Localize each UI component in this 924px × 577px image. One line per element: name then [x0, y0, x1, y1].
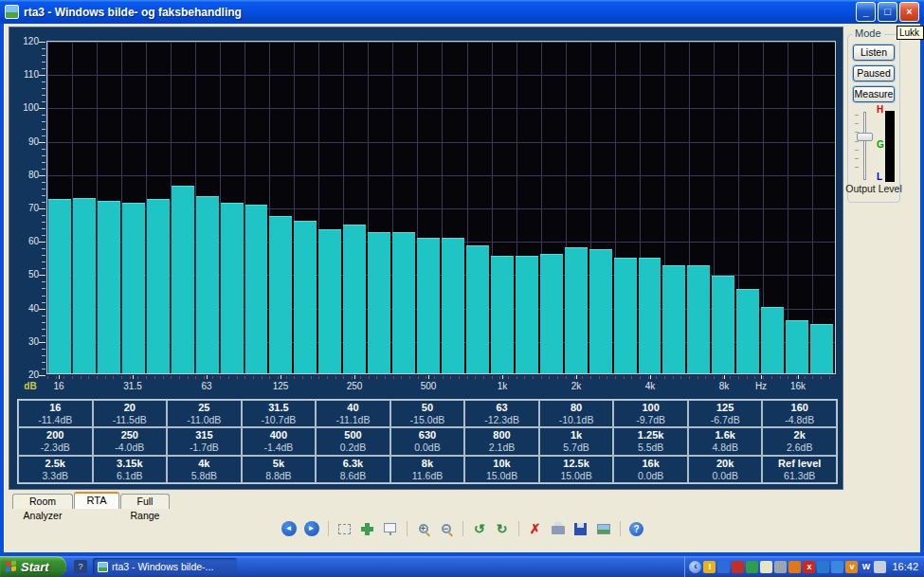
x-tick	[761, 375, 762, 379]
notes-icon[interactable]	[760, 561, 772, 573]
taskbar-window-button[interactable]: rta3 - Windows bilde-...	[93, 558, 237, 575]
tab-rta[interactable]: RTA	[74, 492, 119, 509]
help-button[interactable]: ?	[628, 520, 645, 537]
band-frequency: 31.5	[268, 402, 288, 414]
actual-size-button[interactable]	[359, 520, 376, 537]
band-frequency: 500	[344, 429, 361, 442]
close-button[interactable]: ×	[899, 2, 919, 22]
app-window: rta3 - Windows bilde- og faksbehandling …	[0, 0, 924, 556]
y-axis: 1201101009080706050403020	[11, 41, 41, 374]
x-tick	[502, 375, 503, 379]
band-frequency: 16k	[642, 458, 659, 470]
app-icon	[5, 5, 19, 19]
edit-button[interactable]	[595, 520, 612, 537]
rotate-ccw-button[interactable]: ↺	[471, 520, 488, 537]
output-level-slider-handle[interactable]	[857, 133, 873, 141]
x-tick-label: 250	[347, 381, 363, 391]
next-image-button[interactable]: ►	[303, 520, 320, 537]
windows-flag-icon	[6, 560, 17, 572]
spectrum-bar-40	[147, 199, 170, 373]
tab-room-analyzer[interactable]: Room Analyzer	[12, 494, 73, 509]
download-icon[interactable]: v	[845, 561, 858, 573]
spectrum-bar-31.5	[122, 203, 145, 373]
spectrum-bar-6.3k	[687, 265, 710, 373]
band-cell-20: 20-11.5dB	[93, 400, 168, 427]
save-button[interactable]	[572, 520, 589, 537]
close-tooltip: Lukk	[897, 26, 924, 40]
x-tick	[354, 375, 355, 379]
y-tick-label: 60	[11, 236, 39, 246]
best-fit-button[interactable]	[336, 520, 353, 537]
task-window-label: rta3 - Windows bilde-...	[112, 561, 213, 572]
zoom-in-icon: +	[419, 524, 428, 533]
band-cell-12.5k: 12.5k15.0dB	[539, 456, 614, 483]
band-cell-31.5: 31.5-10.7dB	[242, 400, 317, 427]
band-frequency: 2k	[794, 429, 806, 442]
paused-button[interactable]: Paused	[853, 65, 895, 81]
band-cell-4k: 4k5.8dB	[167, 456, 242, 483]
measure-button[interactable]: Measure	[853, 86, 895, 102]
display-settings-icon[interactable]	[717, 561, 730, 573]
band-cell-3.15k: 3.15k6.1dB	[93, 456, 168, 483]
band-cell-1k: 1k5.7dB	[539, 427, 614, 455]
display-icon[interactable]	[874, 561, 886, 573]
spectrum-bar-8k	[712, 276, 734, 373]
quick-launch-icon[interactable]: ?	[74, 560, 87, 573]
volume-icon[interactable]	[788, 561, 801, 573]
monitor-red-icon[interactable]	[732, 561, 744, 573]
print-button[interactable]	[550, 520, 567, 537]
start-button[interactable]: Start	[0, 556, 66, 577]
tab-full-range[interactable]: Full Range	[120, 494, 170, 509]
band-cell-1.25k: 1.25k5.5dB	[613, 427, 688, 455]
maximize-button[interactable]: □	[878, 2, 897, 22]
band-cell-16: 16-11.4dB	[18, 400, 93, 427]
mode-label: Mode	[852, 27, 884, 39]
layers-icon[interactable]	[774, 561, 787, 573]
update-shield-icon[interactable]: !	[703, 561, 716, 573]
band-frequency: 63	[496, 402, 507, 414]
start-label: Start	[21, 560, 49, 574]
titlebar[interactable]: rta3 - Windows bilde- og faksbehandling …	[0, 0, 924, 24]
antivirus-alert-icon[interactable]: x	[803, 561, 815, 573]
previous-image-button[interactable]: ◄	[281, 520, 298, 537]
spectrum-bar-50	[172, 186, 194, 373]
tray-chevron-icon[interactable]: ‹	[689, 561, 701, 573]
band-frequency: 125	[716, 402, 734, 414]
zoom-in-button[interactable]: +	[415, 520, 432, 537]
delete-button[interactable]: ✗	[527, 520, 544, 537]
x-tick-label: 8k	[719, 381, 730, 391]
output-level-slider-track[interactable]	[863, 112, 866, 180]
help-icon: ?	[629, 522, 643, 536]
spectrum-plot	[46, 41, 836, 374]
x-tick-label: 2k	[571, 381, 582, 391]
zoom-out-button[interactable]: −	[438, 520, 455, 537]
band-value: 2.1dB	[489, 442, 515, 453]
band-cell-8k: 8k11.6dB	[390, 456, 465, 483]
minimize-button[interactable]: _	[856, 2, 876, 22]
delete-icon: ✗	[530, 521, 541, 536]
network-icon[interactable]	[831, 561, 843, 573]
window-title: rta3 - Windows bilde- og faksbehandling	[24, 6, 242, 19]
slideshow-button[interactable]	[382, 520, 399, 537]
spectrum-bar-25	[98, 201, 120, 373]
band-value: -1.7dB	[190, 442, 219, 453]
band-value: -9.7dB	[636, 414, 665, 425]
rotate-cw-button[interactable]: ↻	[494, 520, 511, 537]
rta-panel: 1201101009080706050403020 dB1631.5631252…	[9, 27, 843, 490]
vpn-icon[interactable]	[746, 561, 758, 573]
band-value: 2.6dB	[787, 442, 812, 453]
word-icon[interactable]: W	[860, 561, 872, 573]
band-value: -4.8dB	[785, 414, 814, 425]
y-tick-label: 50	[11, 269, 39, 279]
x-tick-label: Hz	[755, 381, 767, 391]
next-icon: ►	[304, 521, 319, 536]
listen-button[interactable]: Listen	[853, 45, 895, 61]
band-cell-20k: 20k0.0dB	[688, 456, 763, 483]
band-value: 3.3dB	[43, 470, 68, 481]
band-frequency: 6.3k	[343, 458, 363, 470]
y-tick-label: 100	[11, 102, 39, 113]
band-value: 0.0dB	[712, 470, 737, 481]
band-cell-500: 5000.2dB	[316, 427, 390, 455]
messenger-icon[interactable]	[817, 561, 829, 573]
x-tick-label: 63	[201, 381, 211, 391]
